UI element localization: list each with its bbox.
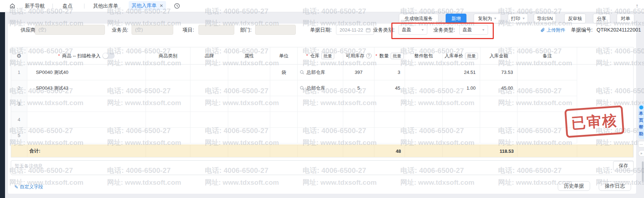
custom-fields-link[interactable]: ✎ 自定义字段 bbox=[14, 184, 43, 190]
qty-batch-button[interactable]: 批量 bbox=[391, 53, 404, 59]
header-attribute: 属性 bbox=[228, 47, 270, 65]
search-icon[interactable] bbox=[300, 86, 304, 90]
page-help-label: 本页帮助 bbox=[639, 110, 644, 137]
copy-as-button[interactable]: 复制为 ▼ bbox=[474, 14, 501, 23]
check-bill-button[interactable]: 对单 bbox=[617, 14, 634, 23]
price-batch-button[interactable]: 批量 bbox=[465, 53, 478, 59]
salesman-label: 业务员: bbox=[112, 27, 128, 33]
tab-other-inbound[interactable]: 其他入库单 ✕ bbox=[129, 1, 166, 10]
scan-gun-toggle[interactable] bbox=[102, 53, 115, 59]
qq-service-icon bbox=[639, 105, 643, 109]
operation-log-button[interactable]: 操作日志 bbox=[599, 181, 631, 191]
header-stock: 可用库存 ? bbox=[343, 47, 374, 65]
warehouse-cell[interactable]: 总部仓库 bbox=[298, 65, 343, 80]
collapse-chevrons-icon[interactable]: » bbox=[638, 150, 644, 156]
header-qty: * 数量 批量 bbox=[374, 47, 405, 65]
doc-date-label: 单据日期: bbox=[310, 27, 332, 33]
page-help-widget[interactable]: 本页帮助 bbox=[638, 104, 644, 139]
table-row[interactable]: 1 SP0040 测试40 袋 总部仓库 397 3 24.51 73.53 bbox=[11, 65, 633, 80]
doc-no-value: QTRK20241122001 bbox=[597, 27, 641, 33]
tab-separator bbox=[84, 4, 84, 9]
tab-stocktake[interactable]: 盘点 bbox=[63, 0, 73, 12]
header-category: 商品类别 bbox=[146, 47, 191, 65]
salesman-field[interactable]: (空) bbox=[132, 25, 173, 35]
share-button[interactable]: 分享 bbox=[593, 14, 610, 23]
add-button[interactable]: 新增 bbox=[446, 14, 466, 23]
paperclip-icon bbox=[540, 28, 545, 33]
table-header-row: ⚙ * 商品 -- 扫描枪录入 商品类别 品牌 属性 单位 * 仓库 批量 可用… bbox=[11, 47, 633, 65]
remark-textarea[interactable] bbox=[11, 160, 634, 175]
chevron-down-icon: ▼ bbox=[522, 17, 525, 20]
scrollbar-thumb[interactable] bbox=[642, 161, 644, 182]
biz-category-label: 业务类别: bbox=[373, 27, 395, 33]
chevron-down-icon: ▼ bbox=[421, 28, 424, 32]
total-amount: 118.53 bbox=[480, 145, 518, 157]
doc-date-value: 2024-11-22 bbox=[340, 27, 363, 33]
header-filler bbox=[577, 47, 633, 65]
generate-logistics-button[interactable]: 生成物流服务 bbox=[399, 14, 438, 23]
scroll-up-icon[interactable]: ↑ bbox=[636, 3, 639, 9]
column-settings-gear-icon[interactable]: ⚙ bbox=[11, 47, 27, 65]
tab-separator bbox=[52, 4, 53, 9]
required-mark: * bbox=[376, 53, 377, 58]
department-label: 部门: bbox=[240, 27, 252, 33]
search-icon[interactable] bbox=[300, 70, 304, 75]
unaudit-button[interactable]: 反审核 bbox=[564, 14, 586, 23]
history-docs-button[interactable]: 历史单据 bbox=[558, 181, 590, 191]
collapsed-sidebar[interactable] bbox=[0, 12, 5, 198]
copy-as-label: 复制为 bbox=[478, 15, 492, 22]
pencil-icon: ✎ bbox=[14, 184, 18, 190]
warehouse-cell[interactable]: 总部仓库 bbox=[298, 80, 343, 96]
supplier-field[interactable]: (空) bbox=[35, 25, 105, 35]
chevron-down-icon: ▼ bbox=[482, 28, 485, 32]
total-qty: 48 bbox=[374, 145, 405, 157]
table-row[interactable]: 4 bbox=[11, 112, 633, 128]
product-cell: SP0043 测试43 bbox=[27, 80, 146, 96]
biz-category-select[interactable]: 盘盈 ▼ bbox=[399, 25, 427, 35]
export-sn-button[interactable]: 导出SN bbox=[534, 14, 556, 23]
print-button[interactable]: 打印 ▼ bbox=[508, 14, 528, 23]
biz-type-value: 盘盈 bbox=[463, 27, 472, 33]
biz-type-label: 业务类型: bbox=[433, 27, 455, 33]
table-row[interactable]: 5 bbox=[11, 128, 633, 143]
biz-type-select[interactable]: 盘盈 ▼ bbox=[459, 25, 488, 35]
total-row: 合计: 48 118.53 bbox=[11, 145, 633, 157]
header-product: * 商品 -- 扫描枪录入 bbox=[27, 47, 146, 65]
save-button[interactable]: 保存 bbox=[613, 161, 634, 170]
header-warehouse: * 仓库 批量 bbox=[298, 47, 343, 65]
biz-category-value: 盘盈 bbox=[402, 27, 411, 33]
feedback-chat-icon[interactable]: ⋯ bbox=[638, 141, 644, 147]
total-label: 合计: bbox=[27, 145, 146, 157]
header-price: 入库单价 批量 bbox=[443, 47, 480, 65]
tab-newbie-nav[interactable]: 新手导航 bbox=[25, 0, 45, 12]
header-remark: 备注 bbox=[518, 47, 577, 65]
tab-other-inbound-label: 其他入库单 bbox=[132, 3, 157, 9]
tab-bar: 新手导航 盘点 其他出库单 其他入库单 ✕ bbox=[0, 0, 644, 12]
project-field[interactable] bbox=[198, 25, 234, 35]
home-icon[interactable] bbox=[9, 0, 15, 12]
supplier-label: 供应商: bbox=[20, 27, 37, 33]
product-cell: SP0040 测试40 bbox=[27, 65, 146, 80]
required-mark: * bbox=[306, 53, 308, 58]
chevron-down-icon: ▼ bbox=[493, 17, 497, 20]
header-amount: 入库金额 bbox=[480, 47, 518, 65]
doc-date-field[interactable]: 2024-11-22 bbox=[336, 25, 374, 35]
tab-other-outbound[interactable]: 其他出库单 bbox=[93, 0, 118, 12]
warehouse-batch-button[interactable]: 批量 bbox=[321, 53, 334, 59]
required-mark: * bbox=[58, 53, 60, 58]
header-bulk: 整件散包 bbox=[405, 47, 443, 65]
table-row[interactable]: 3 bbox=[11, 96, 633, 112]
calendar-icon bbox=[366, 28, 371, 32]
app-window: 新手导航 盘点 其他出库单 其他入库单 ✕ ↑ 生成物流服务 新增 复制为 ▼ … bbox=[0, 0, 644, 198]
doc-no-label: 单据编号: bbox=[571, 27, 593, 33]
project-label: 项目: bbox=[183, 27, 194, 33]
header-brand: 品牌 bbox=[190, 47, 228, 65]
print-label: 打印 bbox=[511, 15, 520, 22]
upload-attachment-link[interactable]: 上传附件 bbox=[540, 27, 565, 33]
table-row[interactable]: 2 SP0043 测试43 总部仓库 5 45 1.00 45.00 bbox=[11, 80, 633, 96]
custom-fields-label: 自定义字段 bbox=[20, 184, 43, 190]
help-circle-icon[interactable]: ? bbox=[366, 53, 372, 58]
close-icon[interactable]: ✕ bbox=[160, 3, 163, 8]
history-clock-icon[interactable] bbox=[174, 0, 180, 12]
department-field[interactable] bbox=[255, 25, 296, 35]
